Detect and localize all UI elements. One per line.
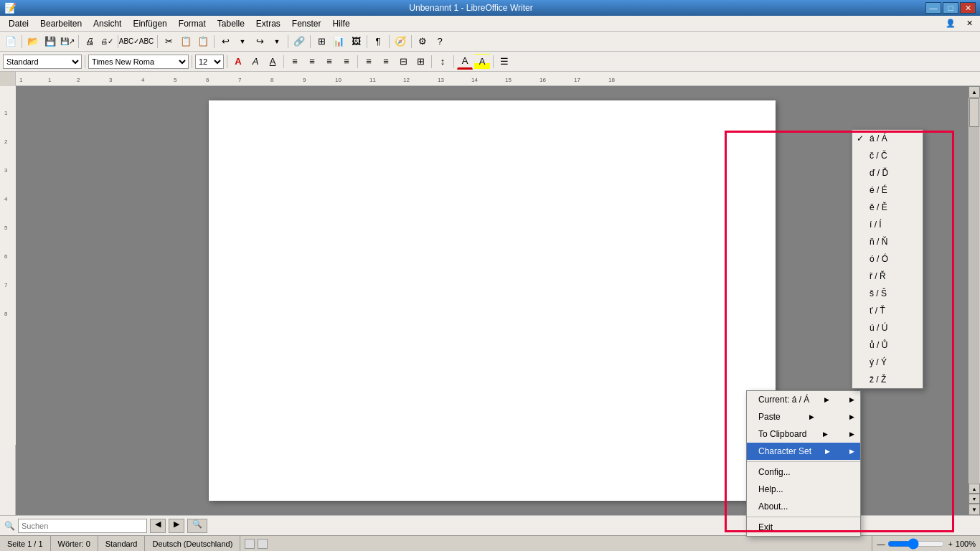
svg-text:7: 7 (4, 282, 8, 288)
decrease-indent-button[interactable]: ⊟ (395, 54, 411, 70)
toolbar-separator (493, 55, 494, 68)
increase-indent-button[interactable]: ⊞ (413, 54, 428, 70)
scroll-thumb[interactable] (969, 98, 979, 127)
copy-button[interactable]: 📋 (178, 34, 194, 50)
ctx-current[interactable]: Current: á / Á ▶ (747, 391, 860, 408)
menu-ansicht[interactable]: Ansicht (88, 16, 127, 31)
font-size-select[interactable]: 12 (195, 55, 224, 69)
chart-button[interactable]: 📊 (331, 34, 347, 50)
char-item-1[interactable]: č / Č (852, 147, 923, 164)
new-button[interactable]: 📄 (3, 34, 19, 50)
font-name-select[interactable]: Times New Roma (88, 55, 189, 69)
underline-button[interactable]: A (265, 54, 281, 70)
close-button[interactable]: ✕ (960, 2, 976, 14)
macro-button[interactable]: ⚙ (415, 34, 430, 50)
highlight-color-button[interactable]: A (474, 54, 490, 70)
svg-text:14: 14 (471, 77, 478, 83)
zoom-in-icon[interactable]: + (948, 540, 952, 548)
char-item-0[interactable]: á / Á (852, 130, 923, 147)
redo-button[interactable]: ↪ (252, 34, 268, 50)
numbering-button[interactable]: ≡ (361, 54, 377, 70)
help-button[interactable]: ? (432, 34, 448, 50)
save-button[interactable]: 💾 (42, 34, 58, 50)
char-item-6[interactable]: ň / Ň (852, 233, 923, 250)
font-color-button[interactable]: A (457, 54, 473, 70)
find-prev-button[interactable]: ◀ (150, 519, 166, 533)
find-next-button[interactable]: ▶ (169, 519, 184, 533)
menu-einfuegen[interactable]: Einfügen (127, 16, 172, 31)
menu-hilfe[interactable]: Hilfe (327, 16, 356, 31)
vertical-scrollbar[interactable]: ▲ ▲ ▼ ▼ (969, 86, 980, 515)
ctx-about[interactable]: About... (747, 498, 860, 515)
find-search-button[interactable]: 🔍 (187, 519, 207, 533)
char-item-13[interactable]: ý / Ý (852, 354, 923, 371)
char-item-12[interactable]: ů / Ů (852, 336, 923, 354)
bold-button[interactable]: A (230, 54, 246, 70)
paragraph-format-button[interactable]: ☰ (496, 54, 512, 70)
undo-button[interactable]: ↩ (217, 34, 233, 50)
ctx-to-clipboard[interactable]: To Clipboard ▶ (747, 425, 860, 443)
char-item-7[interactable]: ó / Ó (852, 250, 923, 268)
char-item-2[interactable]: ď / Ď (852, 164, 923, 182)
profile-icon[interactable]: 👤 (943, 16, 958, 32)
bullets-button[interactable]: ≡ (378, 54, 394, 70)
image-button[interactable]: 🖼 (348, 34, 364, 50)
formatting-marks-button[interactable]: ¶ (370, 34, 386, 50)
zoom-out-icon[interactable]: — (877, 540, 885, 548)
italic-button[interactable]: A (248, 54, 263, 70)
char-item-8[interactable]: ř / Ř (852, 268, 923, 285)
char-item-14[interactable]: ž / Ž (852, 371, 923, 388)
scroll-down-button[interactable]: ▼ (969, 504, 980, 515)
scroll-up-button[interactable]: ▲ (969, 86, 980, 98)
print-button[interactable]: 🖨✓ (99, 34, 115, 50)
save-remote-button[interactable]: 💾↗ (60, 34, 75, 50)
ctx-exit[interactable]: Exit (747, 519, 860, 536)
ctx-config[interactable]: Config... (747, 463, 860, 481)
justify-button[interactable]: ≡ (339, 54, 354, 70)
menu-fenster[interactable]: Fenster (286, 16, 327, 31)
line-spacing-button[interactable]: ↕ (435, 54, 451, 70)
maximize-button[interactable]: □ (943, 2, 958, 14)
align-left-button[interactable]: ≡ (287, 54, 303, 70)
scroll-page-down-button[interactable]: ▼ (969, 494, 980, 504)
char-item-9[interactable]: š / Š (852, 285, 923, 302)
close-doc-icon[interactable]: ✕ (961, 16, 977, 32)
toolbar-separator (367, 35, 367, 48)
menu-tabelle[interactable]: Tabelle (212, 16, 250, 31)
spellcheck-button[interactable]: ABC✓ (121, 34, 137, 50)
layout-icon1[interactable] (245, 539, 255, 549)
autocorrect-button[interactable]: ABC (138, 34, 154, 50)
menu-extras[interactable]: Extras (250, 16, 286, 31)
hyperlink-button[interactable]: 🔗 (291, 34, 307, 50)
paragraph-style-select[interactable]: Standard (3, 55, 82, 69)
zoom-slider[interactable] (887, 539, 945, 549)
char-item-11[interactable]: ú / Ú (852, 319, 923, 336)
char-item-4[interactable]: ě / Ě (852, 199, 923, 216)
open-button[interactable]: 📂 (25, 34, 41, 50)
table-button[interactable]: ⊞ (314, 34, 329, 50)
undo-dropdown[interactable]: ▼ (235, 34, 250, 50)
menu-format[interactable]: Format (173, 16, 212, 31)
scroll-page-up-button[interactable]: ▲ (969, 484, 980, 494)
print-preview-button[interactable]: 🖨 (82, 34, 98, 50)
navigator-button[interactable]: 🧭 (392, 34, 408, 50)
paste-button[interactable]: 📋 (195, 34, 211, 50)
menu-datei[interactable]: Datei (3, 16, 34, 31)
redo-dropdown[interactable]: ▼ (269, 34, 285, 50)
svg-text:2: 2 (77, 77, 80, 83)
char-item-5[interactable]: í / Í (852, 216, 923, 233)
cut-button[interactable]: ✂ (161, 34, 176, 50)
char-item-3[interactable]: é / É (852, 182, 923, 199)
zoom-area: — + 100% (872, 539, 980, 549)
scroll-track[interactable] (969, 98, 979, 483)
minimize-button[interactable]: — (925, 2, 941, 14)
align-center-button[interactable]: ≡ (304, 54, 320, 70)
ctx-paste[interactable]: Paste ▶ (747, 408, 860, 425)
ctx-character-set[interactable]: Character Set ▶ (747, 443, 860, 460)
layout-icon2[interactable] (258, 539, 268, 549)
align-right-button[interactable]: ≡ (321, 54, 337, 70)
menu-bearbeiten[interactable]: Bearbeiten (34, 16, 88, 31)
char-item-10[interactable]: ť / Ť (852, 302, 923, 319)
ctx-help[interactable]: Help... (747, 481, 860, 498)
find-input[interactable] (18, 519, 147, 533)
